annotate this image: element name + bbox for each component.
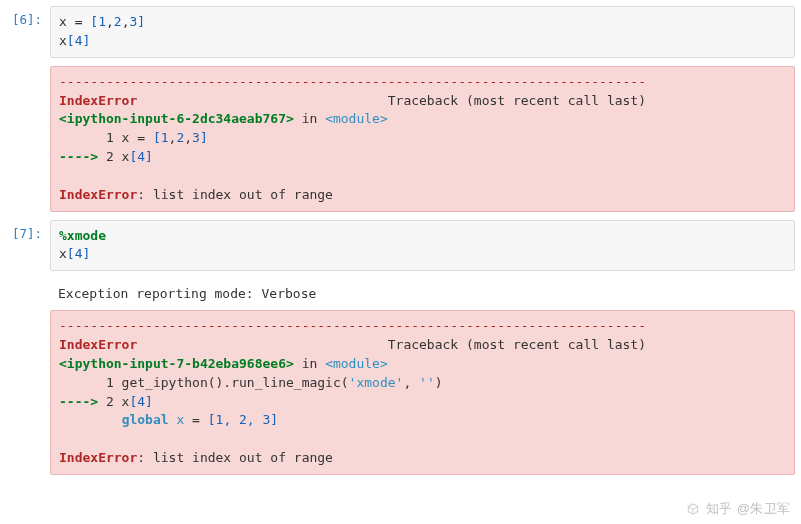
exception-message: : list index out of range (137, 450, 333, 465)
line-number: 1 (106, 375, 114, 390)
code-token: = (192, 412, 208, 427)
code-token: , (184, 130, 192, 145)
line-number: 2 (106, 394, 114, 409)
input-prompt: [6]: (6, 6, 50, 27)
code-token: , (106, 14, 114, 29)
code-token: 1 (161, 130, 169, 145)
code-token: 1 (98, 14, 106, 29)
traceback-label: Traceback (most recent call last) (388, 93, 646, 108)
code-token: ] (82, 33, 90, 48)
exception-name: IndexError (59, 93, 137, 108)
exception-name: IndexError (59, 187, 137, 202)
code-token: [ (90, 14, 98, 29)
traceback-file: <ipython-input-7-b42eba968ee6> (59, 356, 294, 371)
code-token: = (67, 14, 90, 29)
code-token: [ (145, 130, 161, 145)
traceback-label: Traceback (most recent call last) (388, 337, 646, 352)
code-token: ] (137, 14, 145, 29)
code-token: [1, 2, 3] (208, 412, 278, 427)
code-token: x (59, 246, 67, 261)
notebook-cell: [7]: %xmode x[4] Exception reporting mod… (0, 216, 801, 479)
line-number: 2 (106, 149, 114, 164)
cell-body: %xmode x[4] Exception reporting mode: Ve… (50, 220, 795, 475)
code-token: ) (435, 375, 443, 390)
input-prompt: [7]: (6, 220, 50, 241)
exception-name: IndexError (59, 450, 137, 465)
code-token: 4 (137, 149, 145, 164)
code-token: x (169, 412, 192, 427)
code-token: 'xmode' (349, 375, 404, 390)
traceback-separator: ----------------------------------------… (59, 318, 646, 333)
code-token: get_ipython().run_line_magic( (114, 375, 349, 390)
global-keyword: global (122, 412, 169, 427)
traceback-arrow: ----> (59, 149, 106, 164)
code-token: '' (419, 375, 435, 390)
cell-body: x = [1,2,3] x[4] -----------------------… (50, 6, 795, 212)
code-token: [ (67, 33, 75, 48)
code-token: ] (200, 130, 208, 145)
traceback-module: <module> (325, 356, 388, 371)
error-traceback: ----------------------------------------… (50, 310, 795, 475)
traceback-arrow: ----> (59, 394, 106, 409)
code-token: 3 (192, 130, 200, 145)
code-input[interactable]: %xmode x[4] (50, 220, 795, 272)
traceback-text: in (294, 356, 325, 371)
exception-message: : list index out of range (137, 187, 333, 202)
code-input[interactable]: x = [1,2,3] x[4] (50, 6, 795, 58)
stdout-text: Exception reporting mode: Verbose (50, 279, 795, 310)
line-number: 1 (106, 130, 114, 145)
output-area: Exception reporting mode: Verbose ------… (50, 271, 795, 475)
exception-name: IndexError (59, 337, 137, 352)
code-token: x (114, 394, 130, 409)
code-token: ] (82, 246, 90, 261)
code-token: x (59, 33, 67, 48)
notebook-cell: [6]: x = [1,2,3] x[4] ------------------… (0, 2, 801, 216)
code-token: 4 (137, 394, 145, 409)
output-area: ----------------------------------------… (50, 58, 795, 212)
code-token: 2 (114, 14, 122, 29)
traceback-module: <module> (325, 111, 388, 126)
code-token: x (114, 130, 137, 145)
error-traceback: ----------------------------------------… (50, 66, 795, 212)
code-token: x (114, 149, 130, 164)
code-token: ] (145, 394, 153, 409)
code-token: [ (67, 246, 75, 261)
code-token: x (59, 14, 67, 29)
magic-command: %xmode (59, 228, 106, 243)
traceback-separator: ----------------------------------------… (59, 74, 646, 89)
code-token: , (403, 375, 419, 390)
code-token: = (137, 130, 145, 145)
code-token: ] (145, 149, 153, 164)
traceback-text: in (294, 111, 325, 126)
traceback-file: <ipython-input-6-2dc34aeab767> (59, 111, 294, 126)
